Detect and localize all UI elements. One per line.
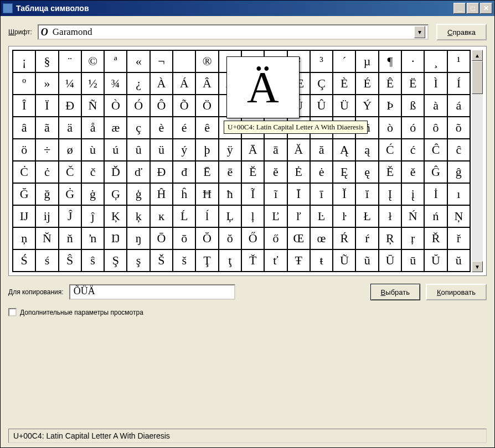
char-cell[interactable]: Ö <box>196 95 219 117</box>
char-cell[interactable]: Ý <box>356 95 379 117</box>
advanced-checkbox[interactable] <box>8 308 17 316</box>
char-cell[interactable]: Ŗ <box>379 228 402 250</box>
char-cell[interactable]: ķ <box>127 206 150 228</box>
char-cell[interactable]: » <box>36 73 59 95</box>
char-cell[interactable]: ß <box>402 95 425 117</box>
char-cell[interactable]: Đ <box>151 162 173 184</box>
char-cell[interactable]: Ð <box>59 95 82 117</box>
char-cell[interactable]: ¹ <box>448 51 471 73</box>
char-cell[interactable]: ÿ <box>219 139 242 162</box>
char-cell[interactable]: Ŧ <box>288 250 311 272</box>
char-cell[interactable]: Ó <box>127 95 150 117</box>
char-cell[interactable]: Ą <box>333 139 356 162</box>
char-cell[interactable]: ŀ <box>333 206 356 228</box>
char-cell[interactable]: ţ <box>219 250 242 272</box>
char-cell[interactable]: Ê <box>379 73 402 95</box>
char-cell[interactable]: Ë <box>402 73 425 95</box>
char-cell[interactable]: ĩ <box>265 184 287 206</box>
char-cell[interactable]: Ì <box>425 73 447 95</box>
char-cell[interactable]: ĕ <box>265 162 287 184</box>
close-button[interactable]: ✕ <box>480 3 492 14</box>
char-cell[interactable]: Ď <box>105 162 127 184</box>
char-cell[interactable]: ä <box>59 117 82 139</box>
char-cell[interactable]: Ķ <box>105 206 127 228</box>
char-cell[interactable]: ă <box>311 139 333 162</box>
char-cell[interactable]: ĉ <box>448 139 471 162</box>
char-cell[interactable]: Ũ <box>333 250 356 272</box>
char-cell[interactable]: ŗ <box>402 228 425 250</box>
char-cell[interactable]: Ę <box>333 162 356 184</box>
char-cell[interactable]: « <box>127 51 150 73</box>
char-cell[interactable]: Ĩ <box>242 184 265 206</box>
char-cell[interactable]: ũ <box>356 250 379 272</box>
char-cell[interactable]: Ė <box>288 162 311 184</box>
char-cell[interactable]: ś <box>36 250 59 272</box>
minimize-button[interactable]: _ <box>453 3 466 14</box>
char-cell[interactable]: ³ <box>311 51 333 73</box>
char-cell[interactable]: Ē <box>196 162 219 184</box>
scroll-thumb[interactable] <box>472 61 483 94</box>
char-cell[interactable]: Ŝ <box>59 250 82 272</box>
char-cell[interactable]: Ğ <box>13 184 36 206</box>
char-cell[interactable]: Ś <box>13 250 36 272</box>
char-cell[interactable]: ņ <box>13 228 36 250</box>
char-cell[interactable]: Ç <box>311 73 333 95</box>
char-cell[interactable]: ċ <box>36 162 59 184</box>
char-cell[interactable]: Œ <box>288 228 311 250</box>
char-cell[interactable]: ş <box>127 250 150 272</box>
grid-scrollbar[interactable]: ▲ ▼ <box>472 50 483 272</box>
char-cell[interactable]: ļ <box>242 206 265 228</box>
char-cell[interactable]: Ă <box>288 139 311 162</box>
char-cell[interactable]: Ŏ <box>196 228 219 250</box>
char-cell[interactable]: ŭ <box>448 250 471 272</box>
char-cell[interactable]: ę <box>356 162 379 184</box>
char-cell[interactable]: Í <box>448 73 471 95</box>
char-cell[interactable]: Ñ <box>82 95 105 117</box>
char-cell[interactable]: Ģ <box>105 184 127 206</box>
char-cell[interactable]: Ċ <box>13 162 36 184</box>
char-cell[interactable]: ŉ <box>82 228 105 250</box>
char-cell[interactable]: ı <box>448 184 471 206</box>
char-cell[interactable]: ø <box>59 139 82 162</box>
char-cell[interactable]: § <box>36 51 59 73</box>
char-cell[interactable]: Ĉ <box>425 139 447 162</box>
char-cell[interactable]: Ţ <box>196 250 219 272</box>
char-cell[interactable]: ¸ <box>425 51 447 73</box>
char-cell[interactable]: Ū <box>379 250 402 272</box>
char-cell[interactable]: Į <box>379 184 402 206</box>
char-cell[interactable]: ĵ <box>82 206 105 228</box>
char-cell[interactable]: ç <box>127 117 150 139</box>
char-cell[interactable]: Ĥ <box>151 184 173 206</box>
char-cell[interactable]: ® <box>196 51 219 73</box>
char-cell[interactable]: ě <box>402 162 425 184</box>
char-cell[interactable]: ŋ <box>127 228 150 250</box>
char-cell[interactable]: É <box>356 73 379 95</box>
char-cell[interactable]: é <box>173 117 196 139</box>
char-cell[interactable]: ŧ <box>311 250 333 272</box>
char-cell[interactable]: Ô <box>151 95 173 117</box>
char-cell[interactable]: ō <box>173 228 196 250</box>
char-cell[interactable]: ė <box>311 162 333 184</box>
char-cell[interactable]: đ <box>173 162 196 184</box>
char-cell[interactable]: Ť <box>242 250 265 272</box>
char-cell[interactable]: Ĕ <box>242 162 265 184</box>
char-cell[interactable]: Ħ <box>196 184 219 206</box>
char-cell[interactable]: ¡ <box>13 51 36 73</box>
char-cell[interactable]: œ <box>311 228 333 250</box>
char-cell[interactable]: À <box>151 73 173 95</box>
char-cell[interactable]: Ĭ <box>333 184 356 206</box>
char-cell[interactable]: ¶ <box>379 51 402 73</box>
char-cell[interactable]: á <box>448 95 471 117</box>
char-cell[interactable]: ã <box>36 117 59 139</box>
char-cell[interactable]: æ <box>105 117 127 139</box>
maximize-button[interactable]: □ <box>467 3 479 14</box>
char-cell[interactable]: ľ <box>288 206 311 228</box>
char-cell[interactable]: ŝ <box>82 250 105 272</box>
scroll-track[interactable] <box>472 61 483 261</box>
char-cell[interactable]: µ <box>356 51 379 73</box>
char-cell[interactable]: ª <box>105 51 127 73</box>
char-cell[interactable]: ą <box>356 139 379 162</box>
char-cell[interactable]: ŏ <box>219 228 242 250</box>
char-cell[interactable]: ¿ <box>127 73 150 95</box>
char-cell[interactable]: Ŀ <box>311 206 333 228</box>
